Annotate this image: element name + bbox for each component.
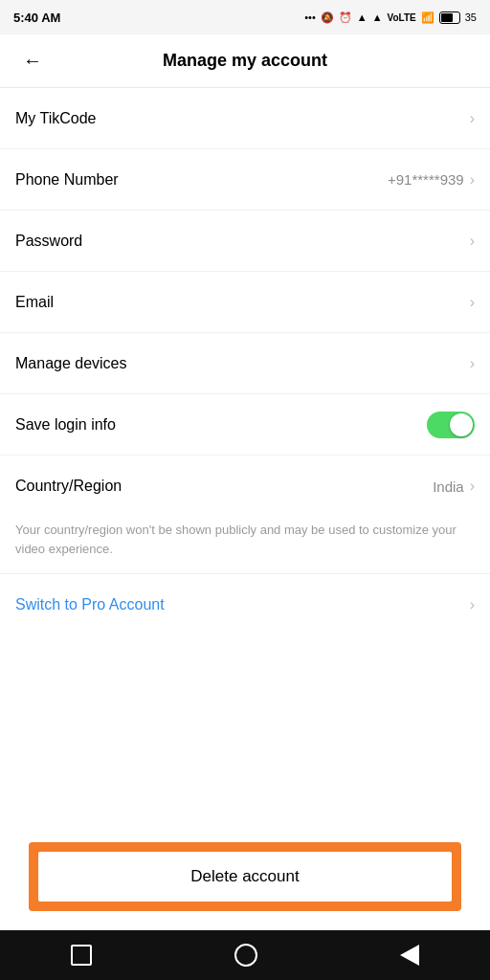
- menu-list: My TikCode › Phone Number +91*****939 › …: [0, 88, 490, 804]
- phone-label: Phone Number: [15, 171, 119, 189]
- bottom-nav-bar: [0, 930, 490, 980]
- pro-label: Switch to Pro Account: [15, 596, 165, 613]
- lte-icon: VoLTE: [388, 12, 416, 23]
- devices-label: Manage devices: [15, 355, 127, 372]
- phone-value: +91*****939: [388, 171, 464, 188]
- password-chevron-icon: ›: [470, 233, 475, 250]
- pro-right: ›: [470, 596, 475, 613]
- signal-dots-icon: •••: [304, 11, 316, 23]
- battery-level: 35: [465, 11, 477, 23]
- password-right: ›: [470, 233, 475, 250]
- tikcode-label: My TikCode: [15, 110, 96, 127]
- delete-button-outer: Delete account: [29, 842, 461, 911]
- pro-chevron-icon: ›: [470, 596, 475, 613]
- menu-item-email[interactable]: Email ›: [0, 272, 490, 333]
- phone-chevron-icon: ›: [470, 171, 475, 189]
- tikcode-chevron-icon: ›: [470, 110, 475, 127]
- email-chevron-icon: ›: [470, 294, 475, 311]
- email-right: ›: [470, 294, 475, 311]
- savelogin-right: [427, 412, 475, 438]
- toggle-track: [427, 412, 475, 438]
- menu-item-phone[interactable]: Phone Number +91*****939 ›: [0, 149, 490, 211]
- toggle-thumb: [450, 413, 473, 436]
- country-right: India ›: [433, 478, 475, 495]
- menu-item-savelogin[interactable]: Save login info: [0, 394, 490, 456]
- menu-item-tikcode[interactable]: My TikCode ›: [0, 88, 490, 149]
- wifi-icon: 📶: [421, 11, 434, 24]
- menu-item-password[interactable]: Password ›: [0, 211, 490, 272]
- status-time: 5:40 AM: [13, 11, 60, 25]
- signal-bar1-icon: ▲: [357, 11, 368, 23]
- delete-account-button[interactable]: Delete account: [38, 852, 452, 902]
- menu-item-pro[interactable]: Switch to Pro Account ›: [0, 574, 490, 635]
- status-icons: ••• 🔕 ⏰ ▲ ▲ VoLTE 📶 35: [304, 11, 477, 24]
- menu-item-devices[interactable]: Manage devices ›: [0, 333, 490, 394]
- savelogin-label: Save login info: [15, 416, 116, 434]
- password-label: Password: [15, 233, 82, 250]
- email-label: Email: [15, 294, 54, 311]
- devices-chevron-icon: ›: [470, 355, 475, 372]
- back-arrow-icon: ←: [23, 50, 42, 72]
- country-label: Country/Region: [15, 478, 122, 495]
- status-bar: 5:40 AM ••• 🔕 ⏰ ▲ ▲ VoLTE 📶 35: [0, 0, 490, 34]
- alarm-icon: ⏰: [339, 11, 352, 24]
- mute-icon: 🔕: [321, 11, 334, 24]
- nav-back-icon[interactable]: [400, 945, 419, 966]
- back-button[interactable]: ←: [15, 44, 50, 78]
- delete-button-label: Delete account: [190, 867, 299, 886]
- country-value: India: [433, 479, 464, 495]
- phone-right: +91*****939 ›: [388, 171, 475, 189]
- signal-bar2-icon: ▲: [372, 11, 383, 23]
- page-title: Manage my account: [50, 51, 440, 71]
- savelogin-toggle[interactable]: [427, 412, 475, 438]
- battery-icon: [439, 11, 460, 24]
- country-description: Your country/region won't be shown publi…: [0, 517, 490, 574]
- devices-right: ›: [470, 355, 475, 372]
- menu-item-country[interactable]: Country/Region India ›: [0, 456, 490, 517]
- page-header: ← Manage my account: [0, 34, 490, 88]
- delete-area: Delete account: [0, 804, 490, 930]
- tikcode-right: ›: [470, 110, 475, 127]
- country-chevron-icon: ›: [470, 478, 475, 495]
- nav-square-icon[interactable]: [71, 945, 92, 966]
- nav-home-icon[interactable]: [234, 944, 257, 967]
